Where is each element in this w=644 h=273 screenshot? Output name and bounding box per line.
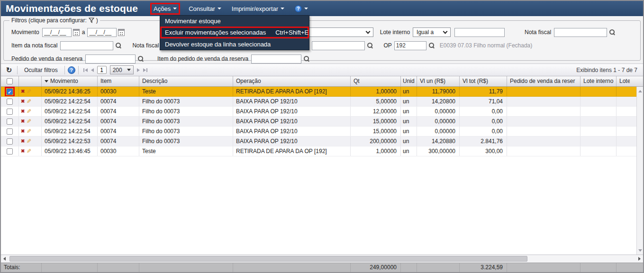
table-row[interactable]: ✖✎ 05/09/22 13:46:45 00030 Teste RETIRAD… (1, 146, 636, 156)
search-icon[interactable] (428, 42, 435, 49)
cell-operacao: BAIXA PARA OP 192/10 (233, 107, 351, 116)
row-checkbox[interactable] (7, 148, 13, 155)
help-icon[interactable]: ? (68, 66, 75, 74)
search-icon[interactable] (115, 42, 122, 49)
cell-pedido (507, 146, 581, 156)
delete-icon[interactable]: ✖ (21, 139, 25, 144)
column-header-qt[interactable]: Qt (351, 76, 401, 86)
search-icon[interactable] (303, 55, 310, 62)
menu-item-devolver-estoque[interactable]: Devolver estoque da linha selecionada (160, 38, 309, 50)
column-header-operacao[interactable]: Operação (233, 76, 351, 86)
item-pedido-input[interactable] (251, 55, 301, 64)
column-header-lote-interno[interactable]: Lote interno (581, 76, 617, 86)
totals-cell (617, 263, 643, 272)
menu-acoes[interactable]: Ações (150, 3, 180, 15)
table-row[interactable]: ✖✎ 05/09/22 14:22:54 00074 Filho do 0007… (1, 107, 636, 117)
delete-icon[interactable]: ✖ (21, 109, 25, 114)
totals-cell (417, 263, 460, 272)
search-icon[interactable] (137, 55, 144, 62)
row-checkbox[interactable] (7, 109, 13, 115)
table-row[interactable]: ✖✎ 05/09/22 14:22:53 00074 Filho do 0007… (1, 136, 636, 146)
pagination: 200 (83, 65, 147, 74)
select-all-checkbox[interactable] (7, 78, 13, 84)
edit-pencil-icon[interactable]: ✎ (27, 148, 31, 154)
scrollbar-thumb[interactable] (9, 256, 527, 262)
last-page-button[interactable] (143, 68, 147, 72)
menu-consultar[interactable]: Consultar (187, 4, 223, 13)
scroll-down-arrow[interactable] (637, 247, 643, 254)
scroll-left-arrow[interactable] (1, 257, 8, 261)
table-row[interactable]: ✓ ✖✎ 05/09/22 14:36:25 00030 Teste RETIR… (1, 87, 636, 97)
vertical-scrollbar[interactable] (636, 87, 643, 255)
next-page-button[interactable] (137, 68, 140, 72)
refresh-icon[interactable]: ↻ (4, 66, 14, 74)
table-row[interactable]: ✖✎ 05/09/22 14:22:54 00074 Filho do 0007… (1, 117, 636, 127)
calendar-icon[interactable] (73, 29, 80, 36)
first-page-button[interactable] (83, 68, 88, 72)
cell-descricao: Filho do 00073 (139, 127, 233, 136)
item-nf-input[interactable] (60, 41, 113, 50)
lote-operator-select[interactable]: Igual a (413, 27, 451, 37)
cell-descricao: Filho do 00073 (139, 117, 233, 126)
edit-pencil-icon[interactable]: ✎ (27, 99, 31, 104)
item-nf-recebida-input[interactable] (312, 41, 365, 50)
nota-fiscal-input[interactable] (554, 28, 607, 37)
scroll-up-arrow[interactable] (637, 88, 643, 94)
search-icon[interactable] (609, 29, 616, 36)
ocultar-filtros-button[interactable]: Ocultar filtros (20, 67, 62, 73)
column-header-pedido[interactable]: Pedido de venda da reser (507, 76, 581, 86)
delete-icon[interactable]: ✖ (21, 119, 25, 124)
column-header-movimento[interactable]: Movimento (42, 76, 98, 86)
lote-interno-input[interactable] (454, 28, 505, 37)
row-checkbox[interactable]: ✓ (7, 89, 13, 95)
column-header-lote-fab[interactable]: Lote fab (617, 76, 630, 86)
row-checkbox[interactable] (7, 138, 13, 145)
delete-icon[interactable]: ✖ (21, 99, 25, 104)
edit-pencil-icon[interactable]: ✎ (27, 138, 31, 144)
edit-pencil-icon[interactable]: ✎ (27, 89, 31, 94)
cell-lote-interno (581, 117, 617, 126)
column-header-unid[interactable]: Unid (401, 76, 417, 86)
menu-help[interactable]: ? (293, 4, 310, 13)
table-row[interactable]: ✖✎ 05/09/22 14:22:54 00074 Filho do 0007… (1, 127, 636, 136)
page-number-input[interactable] (97, 66, 107, 74)
checkbox-cell (1, 117, 19, 126)
table-body: ✓ ✖✎ 05/09/22 14:36:25 00030 Teste RETIR… (1, 87, 643, 255)
horizontal-scrollbar[interactable] (1, 255, 643, 263)
filter-row-3: Pedido de venda da reserva Item do pedid… (8, 53, 636, 64)
delete-icon[interactable]: ✖ (21, 129, 25, 134)
row-checkbox[interactable] (7, 99, 13, 105)
column-header-item[interactable]: Item (98, 76, 139, 86)
calendar-icon[interactable] (118, 29, 125, 36)
scroll-right-arrow[interactable] (636, 257, 643, 261)
column-header-vl-tot[interactable]: Vl tot (R$) (460, 76, 507, 86)
column-header-vl-un[interactable]: Vl un (R$) (417, 76, 460, 86)
row-checkbox[interactable] (7, 128, 13, 135)
cell-vl-un: 0,00000 (417, 127, 460, 136)
cell-descricao: Teste (139, 87, 233, 96)
filters-legend[interactable]: Filtros (clique para configurar: ) (9, 17, 100, 24)
table-row[interactable]: ✖✎ 05/09/22 14:22:54 00074 Filho do 0007… (1, 97, 636, 107)
edit-pencil-icon[interactable]: ✎ (27, 128, 31, 134)
header-actions-cell (19, 76, 42, 86)
op-input[interactable] (394, 41, 426, 50)
cell-item: 00030 (98, 146, 139, 156)
row-checkbox[interactable] (7, 118, 13, 125)
edit-pencil-icon[interactable]: ✎ (27, 118, 31, 124)
totals-cell (98, 263, 139, 272)
menu-item-movimentar-estoque[interactable]: Movimentar estoque (160, 16, 309, 27)
movimento-date-from-input[interactable] (42, 28, 72, 37)
column-header-descricao[interactable]: Descrição (139, 76, 233, 86)
prev-page-button[interactable] (91, 68, 94, 72)
movimento-date-to-input[interactable] (87, 28, 117, 37)
menu-imprimir-exportar[interactable]: Imprimir/exportar (230, 4, 286, 13)
search-icon[interactable] (367, 42, 373, 49)
page-size-select[interactable]: 200 (110, 65, 134, 74)
top-bar: Movimentações de estoque Ações Consultar… (1, 1, 643, 16)
page-title: Movimentações de estoque (6, 3, 138, 14)
delete-icon[interactable]: ✖ (21, 149, 25, 154)
menu-item-excluir-movimentacoes[interactable]: Excluir movimentações selecionadas Ctrl+… (160, 27, 309, 38)
edit-pencil-icon[interactable]: ✎ (27, 109, 31, 114)
pedido-input[interactable] (85, 55, 136, 64)
delete-icon[interactable]: ✖ (21, 89, 25, 94)
